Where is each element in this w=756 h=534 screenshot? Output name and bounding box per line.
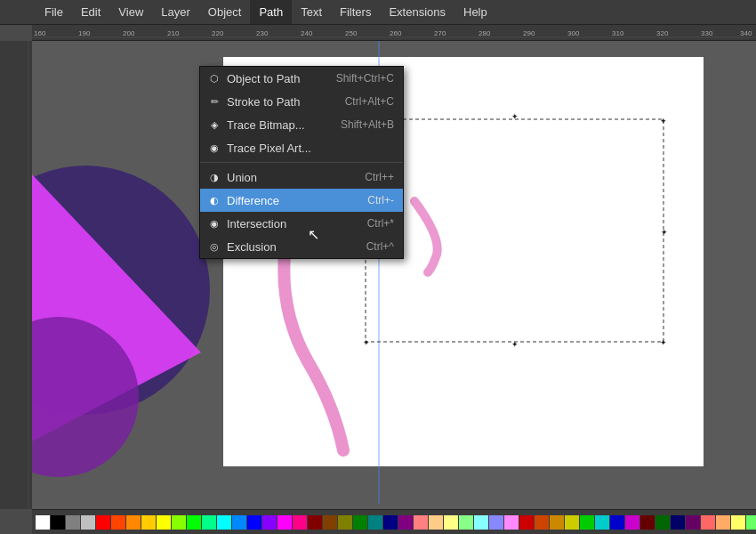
color-swatch[interactable] [489,515,503,530]
color-swatch[interactable] [550,515,564,530]
color-swatch[interactable] [474,515,488,530]
svg-text:340: 340 [740,29,752,37]
trace-bitmap-shortcut: Shift+Alt+B [341,118,394,131]
color-swatch[interactable] [96,515,110,530]
color-swatch[interactable] [655,515,670,530]
color-swatch[interactable] [580,515,594,530]
svg-text:✦: ✦ [661,228,668,237]
trace-bitmap-icon: ◈ [207,117,221,132]
menu-help[interactable]: Help [454,0,496,24]
object-to-path-label: Object to Path [227,72,300,85]
path-dropdown-menu: ⬡ Object to Path Shift+Ctrl+C ✏ Stroke t… [199,66,404,259]
svg-rect-19 [0,41,32,509]
color-swatch[interactable] [111,515,125,530]
color-swatch[interactable] [414,515,428,530]
menu-view[interactable]: View [109,0,152,24]
color-swatch[interactable] [293,515,307,530]
menu-layer[interactable]: Layer [152,0,199,24]
svg-text:190: 190 [78,29,91,37]
color-swatch[interactable] [625,515,639,530]
color-swatch[interactable] [368,515,382,530]
svg-text:210: 210 [167,29,180,37]
color-swatch[interactable] [202,515,216,530]
color-swatch[interactable] [157,515,171,530]
menu-difference[interactable]: ◐ Difference Ctrl+- [200,189,403,212]
menu-trace-pixel-art[interactable]: ◉ Trace Pixel Art... [200,136,403,159]
color-swatch[interactable] [610,515,624,530]
menu-path[interactable]: Path [250,0,292,24]
svg-text:330: 330 [701,29,713,37]
svg-text:200: 200 [123,29,135,37]
menu-trace-bitmap[interactable]: ◈ Trace Bitmap... Shift+Alt+B [200,113,403,136]
color-swatch[interactable] [323,515,337,530]
color-swatch[interactable] [686,515,700,530]
svg-text:✦: ✦ [660,117,667,125]
palette-bar [32,509,756,534]
difference-icon: ◐ [207,193,221,207]
intersection-icon: ◉ [207,216,221,231]
difference-label: Difference [227,194,279,207]
color-swatch[interactable] [141,515,156,530]
color-swatch[interactable] [51,515,65,530]
path-menu-separator [200,162,403,163]
color-swatch[interactable] [353,515,367,530]
color-swatch[interactable] [308,515,322,530]
color-swatch[interactable] [731,515,745,530]
color-swatch[interactable] [232,515,246,530]
svg-text:250: 250 [345,29,358,37]
color-swatch[interactable] [671,515,685,530]
menu-object[interactable]: Object [199,0,251,24]
color-swatch[interactable] [262,515,277,530]
difference-shortcut: Ctrl+- [367,194,394,206]
trace-bitmap-label: Trace Bitmap... [227,118,305,132]
trace-pixel-art-label: Trace Pixel Art... [227,142,311,155]
color-swatch[interactable] [247,515,261,530]
menu-exclusion[interactable]: ◎ Exclusion Ctrl+^ [200,235,403,258]
menu-intersection[interactable]: ◉ Intersection Ctrl+* [200,212,403,235]
color-swatch[interactable] [398,515,413,530]
menubar: File Edit View Layer Object Path Text Fi… [0,0,756,25]
menu-filters[interactable]: Filters [331,0,380,24]
svg-text:240: 240 [301,29,313,37]
svg-text:✦: ✦ [660,338,667,347]
color-swatch[interactable] [746,515,756,530]
menu-object-to-path[interactable]: ⬡ Object to Path Shift+Ctrl+C [200,67,403,90]
stroke-to-path-label: Stroke to Path [227,95,300,109]
color-swatch[interactable] [519,515,534,530]
color-swatch[interactable] [338,515,352,530]
color-swatch[interactable] [383,515,398,530]
color-swatch[interactable] [277,515,292,530]
color-swatch[interactable] [66,515,80,530]
color-swatch[interactable] [716,515,730,530]
menu-edit[interactable]: Edit [72,0,109,24]
color-swatch[interactable] [701,515,715,530]
menu-text[interactable]: Text [292,0,331,24]
color-swatch[interactable] [429,515,443,530]
color-swatch[interactable] [459,515,473,530]
color-swatch[interactable] [126,515,141,530]
svg-text:280: 280 [479,29,491,37]
color-swatch[interactable] [81,515,95,530]
color-swatch[interactable] [504,515,519,530]
menu-stroke-to-path[interactable]: ✏ Stroke to Path Ctrl+Alt+C [200,90,403,113]
color-swatch[interactable] [187,515,201,530]
intersection-label: Intersection [227,217,286,231]
menu-file[interactable]: File [36,0,72,24]
color-swatch[interactable] [444,515,458,530]
color-swatch[interactable] [640,515,655,530]
trace-pixel-art-icon: ◉ [207,141,221,155]
svg-text:300: 300 [567,29,580,37]
svg-text:160: 160 [34,29,46,37]
menu-extensions[interactable]: Extensions [380,0,454,24]
canvas-area: ✦ ✦ ✦ ✦ ✦ ✦ ✦ ✦ ⬡ Object to Path Shift+C… [32,41,756,509]
svg-text:230: 230 [256,29,269,37]
object-to-path-shortcut: Shift+Ctrl+C [336,72,394,85]
menu-union[interactable]: ◑ Union Ctrl++ [200,166,403,189]
color-swatch[interactable] [595,515,609,530]
color-swatch[interactable] [36,515,50,530]
color-swatch[interactable] [565,515,579,530]
color-swatch[interactable] [217,515,231,530]
color-swatch[interactable] [172,515,186,530]
color-palette [36,515,756,530]
color-swatch[interactable] [535,515,549,530]
